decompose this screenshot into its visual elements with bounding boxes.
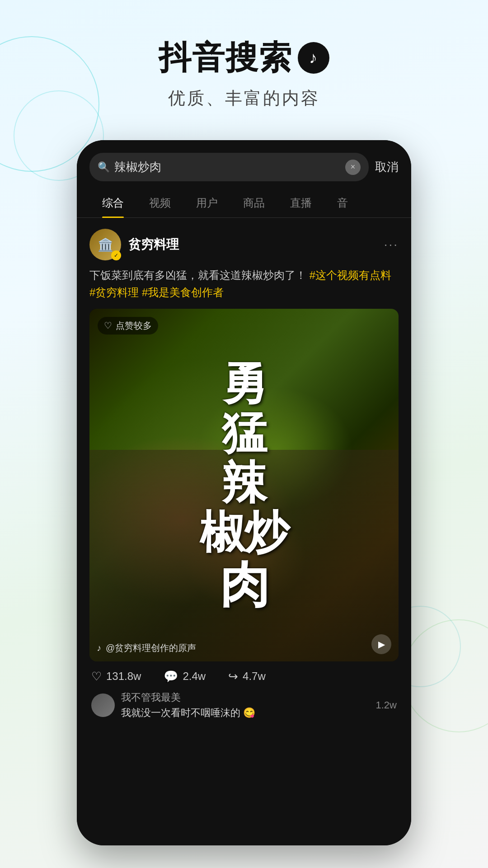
tab-商品[interactable]: 商品 (230, 189, 277, 217)
calligraphy-line-1: 勇 (222, 358, 266, 408)
tab-综合[interactable]: 综合 (89, 189, 136, 217)
creator-row: 🏛️ ✓ 贫穷料理 ··· (89, 229, 399, 260)
app-title-text: 抖音搜索 (159, 36, 292, 80)
video-overlay-text: 勇 猛 辣 椒炒 肉 (89, 309, 399, 661)
avatar-emoji: 🏛️ (98, 237, 113, 252)
tab-视频[interactable]: 视频 (136, 189, 183, 217)
content-area: 🏛️ ✓ 贫穷料理 ··· 下饭菜到底有多凶猛，就看这道辣椒炒肉了！ #这个视频… (77, 218, 411, 731)
tab-音[interactable]: 音 (324, 189, 361, 217)
comments-count: 2.4w (183, 670, 206, 683)
clear-search-button[interactable]: × (345, 160, 361, 175)
calligraphy-line-5: 肉 (220, 557, 268, 612)
verified-badge: ✓ (111, 250, 121, 260)
phone-content: 🔍 辣椒炒肉 × 取消 综合 视频 用户 商品 直播 (77, 140, 411, 845)
heart-icon: ♡ (91, 670, 102, 684)
comment-icon: 💬 (164, 670, 178, 684)
video-thumbnail[interactable]: ♡ 点赞较多 勇 猛 辣 椒炒 肉 ♪ @贫穷料理创作的原声 ▶ (89, 309, 399, 661)
app-title: 抖音搜索 ♪ (0, 36, 488, 80)
search-bar: 🔍 辣椒炒肉 × 取消 (77, 140, 411, 189)
search-icon: 🔍 (98, 161, 110, 173)
shares-count: 4.7w (243, 670, 266, 683)
commenter-username: 我不管我最美 (121, 691, 370, 704)
search-tabs: 综合 视频 用户 商品 直播 音 (77, 189, 411, 218)
comment-content: 我就没一次看时不咽唾沫的 😋 (121, 706, 370, 720)
hashtag-3[interactable]: #我是美食创作者 (142, 286, 224, 298)
calligraphy-line-4: 椒炒 (200, 507, 288, 557)
creator-name: 贫穷料理 (128, 236, 179, 253)
tab-用户[interactable]: 用户 (183, 189, 230, 217)
tiktok-logo-icon: ♪ (298, 42, 329, 74)
avatar: 🏛️ ✓ (89, 229, 121, 260)
comments-stat[interactable]: 💬 2.4w (164, 670, 206, 684)
comment-like-count: 1.2w (376, 699, 397, 711)
comment-texts: 我不管我最美 我就没一次看时不咽唾沫的 😋 (121, 691, 370, 720)
commenter-avatar (91, 693, 115, 717)
tab-直播[interactable]: 直播 (277, 189, 324, 217)
calligraphy-line-2: 猛 (222, 408, 266, 458)
hashtag-2[interactable]: #贫穷料理 (89, 286, 142, 298)
more-options-button[interactable]: ··· (384, 237, 399, 252)
stats-row: ♡ 131.8w 💬 2.4w ↪ 4.7w (89, 670, 399, 684)
shares-stat[interactable]: ↪ 4.7w (228, 670, 266, 684)
description-text: 下饭菜到底有多凶猛，就看这道辣椒炒肉了！ (89, 269, 306, 281)
calligraphy-line-3: 辣 (222, 458, 266, 507)
share-icon: ↪ (228, 670, 238, 684)
comment-preview: 我不管我最美 我就没一次看时不咽唾沫的 😋 1.2w (89, 691, 399, 720)
phone-frame: 🔍 辣椒炒肉 × 取消 综合 视频 用户 商品 直播 (77, 140, 411, 845)
cancel-search-button[interactable]: 取消 (375, 159, 399, 175)
top-section: 抖音搜索 ♪ 优质、丰富的内容 (0, 0, 488, 128)
search-query-text: 辣椒炒肉 (114, 159, 341, 175)
likes-count: 131.8w (106, 670, 141, 683)
post-description: 下饭菜到底有多凶猛，就看这道辣椒炒肉了！ #这个视频有点料 #贫穷料理 #我是美… (89, 267, 399, 302)
creator-info: 🏛️ ✓ 贫穷料理 (89, 229, 179, 260)
likes-stat[interactable]: ♡ 131.8w (91, 670, 141, 684)
app-subtitle: 优质、丰富的内容 (0, 87, 488, 110)
search-input-wrap[interactable]: 🔍 辣椒炒肉 × (89, 153, 369, 181)
hashtag-1[interactable]: #这个视频有点料 (310, 269, 391, 281)
clear-icon: × (351, 162, 356, 172)
